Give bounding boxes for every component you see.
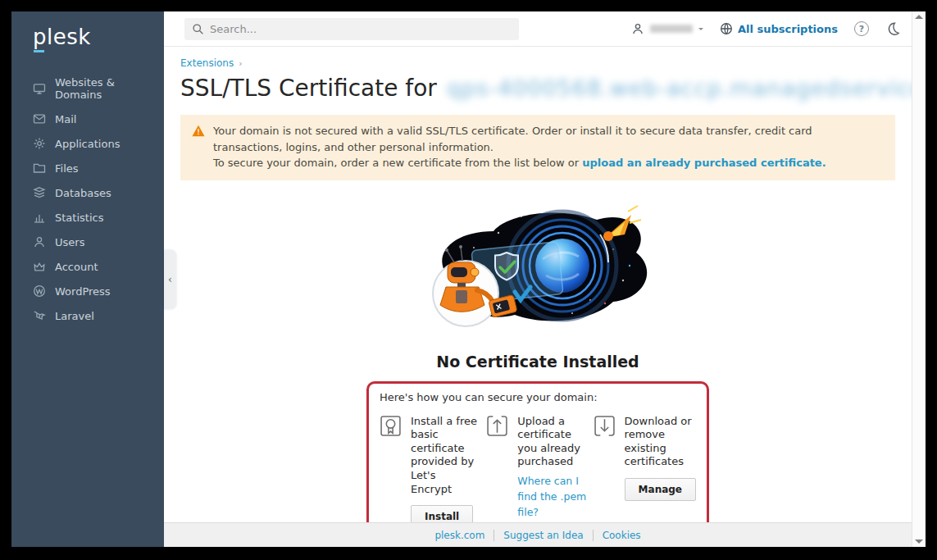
- option-upload-certificate: Upload a certificate you already purchas…: [486, 415, 586, 523]
- sidebar-item-label: WordPress: [55, 285, 111, 298]
- collapse-sidebar-chevron[interactable]: [164, 250, 176, 309]
- plesk-window: plesk Websites & Domains Mail Applicatio…: [11, 11, 926, 547]
- person-icon: [631, 22, 644, 35]
- sidebar-item-databases[interactable]: Databases: [11, 180, 164, 205]
- upload-purchased-certificate-link[interactable]: upload an already purchased certificate.: [582, 157, 826, 169]
- sidebar: plesk Websites & Domains Mail Applicatio…: [11, 11, 164, 547]
- sidebar-item-laravel[interactable]: Laravel: [11, 303, 164, 328]
- help-icon[interactable]: [854, 21, 869, 36]
- scroll-up-arrow-icon[interactable]: [915, 15, 923, 19]
- sidebar-item-label: Applications: [55, 138, 120, 150]
- secure-options: Install a free basic certificate provide…: [380, 415, 696, 523]
- page-title: SSL/TLS Certificate for qps-4000568.web-…: [180, 75, 895, 102]
- domain-name-redacted: qps-4000568.web-accp.managedservice.one: [447, 75, 912, 101]
- sidebar-item-account[interactable]: Account: [11, 254, 164, 279]
- main-content: All subscriptions Extensions › SSL/TLS C…: [164, 11, 912, 547]
- option-lets-encrypt: Install a free basic certificate provide…: [380, 415, 480, 523]
- warning-banner: Your domain is not secured with a valid …: [180, 115, 895, 180]
- install-button[interactable]: Install: [411, 505, 473, 522]
- user-menu[interactable]: [631, 22, 703, 35]
- sidebar-item-users[interactable]: Users: [11, 230, 164, 254]
- warning-line2: To secure your domain, order a new certi…: [213, 155, 884, 171]
- shield-check: [495, 253, 518, 280]
- monitor-icon: [33, 82, 46, 95]
- certificate-seal-icon: [380, 415, 404, 497]
- page-title-text: SSL/TLS Certificate for: [180, 75, 437, 102]
- warning-line1: Your domain is not secured with a valid …: [213, 123, 884, 155]
- sidebar-item-statistics[interactable]: Statistics: [11, 205, 164, 230]
- option-manage-certificates: Download or remove existing certificates…: [594, 415, 696, 523]
- sidebar-item-label: Websites & Domains: [55, 76, 156, 101]
- mail-icon: [33, 112, 46, 125]
- gear-icon: [33, 137, 46, 150]
- sidebar-item-label: Laravel: [55, 310, 94, 322]
- laravel-icon: [33, 309, 46, 322]
- footer-link-plesk-com[interactable]: plesk.com: [434, 530, 484, 541]
- plesk-logo-underline: [34, 50, 44, 52]
- dark-mode-toggle[interactable]: [885, 21, 900, 36]
- download-icon: [594, 415, 618, 470]
- search-bar: [184, 18, 519, 40]
- sidebar-item-files[interactable]: Files: [11, 156, 164, 180]
- secure-options-box: Here's how you can secure your domain: I…: [366, 381, 709, 523]
- crown-icon: [33, 260, 46, 273]
- sidebar-item-label: Users: [55, 236, 84, 248]
- sidebar-item-wordpress[interactable]: WordPress: [11, 279, 164, 303]
- page-body: Extensions › SSL/TLS Certificate for qps…: [164, 47, 912, 522]
- ssl-space-illustration: [423, 198, 653, 330]
- database-icon: [33, 186, 46, 199]
- scroll-down-arrow-icon[interactable]: [915, 540, 923, 544]
- all-subscriptions-link[interactable]: All subscriptions: [720, 22, 838, 35]
- folder-icon: [33, 162, 46, 175]
- user-name-redacted: [650, 25, 693, 33]
- option-text: Upload a certificate you already purchas…: [517, 415, 586, 470]
- chevron-down-icon: [698, 28, 703, 33]
- upload-icon: [486, 415, 511, 470]
- footer-link-suggest-idea[interactable]: Suggest an Idea: [494, 530, 583, 541]
- plesk-logo: plesk: [11, 11, 164, 49]
- sidebar-item-applications[interactable]: Applications: [11, 131, 164, 156]
- vertical-scrollbar[interactable]: [912, 11, 926, 547]
- option-text: Download or remove existing certificates: [625, 415, 696, 470]
- sidebar-item-label: Account: [55, 261, 98, 273]
- sidebar-item-label: Statistics: [55, 212, 103, 224]
- topbar: All subscriptions: [164, 11, 912, 47]
- breadcrumb-extensions[interactable]: Extensions: [180, 57, 234, 69]
- sidebar-item-label: Files: [55, 162, 79, 175]
- sidebar-nav: Websites & Domains Mail Applications Fil…: [11, 71, 164, 328]
- bar-chart-icon: [33, 211, 46, 224]
- breadcrumb: Extensions ›: [180, 57, 895, 69]
- sidebar-item-websites-domains[interactable]: Websites & Domains: [11, 71, 164, 107]
- user-icon: [33, 235, 46, 248]
- where-pem-file-link[interactable]: Where can I find the .pem file?: [517, 474, 586, 520]
- option-text: Install a free basic certificate provide…: [411, 415, 480, 497]
- warning-triangle-icon: [192, 125, 205, 137]
- wordpress-icon: [33, 285, 46, 298]
- search-input[interactable]: [184, 18, 519, 40]
- footer: plesk.com Suggest an Idea Cookies: [164, 522, 912, 547]
- globe-icon: [720, 22, 733, 35]
- moon-icon: [885, 21, 900, 36]
- sidebar-item-label: Databases: [55, 187, 111, 199]
- secure-box-intro: Here's how you can secure your domain:: [380, 391, 696, 403]
- no-certificate-heading: No Certificate Installed: [164, 353, 912, 371]
- search-icon: [192, 23, 204, 35]
- sidebar-item-mail[interactable]: Mail: [11, 107, 164, 131]
- manage-button[interactable]: Manage: [625, 478, 696, 501]
- breadcrumb-chevron-icon: ›: [239, 58, 242, 69]
- sidebar-item-label: Mail: [55, 113, 76, 125]
- footer-link-cookies[interactable]: Cookies: [593, 530, 641, 541]
- all-subscriptions-label: All subscriptions: [738, 23, 838, 35]
- warning-text: Your domain is not secured with a valid …: [213, 123, 884, 171]
- topbar-right: All subscriptions: [631, 21, 900, 36]
